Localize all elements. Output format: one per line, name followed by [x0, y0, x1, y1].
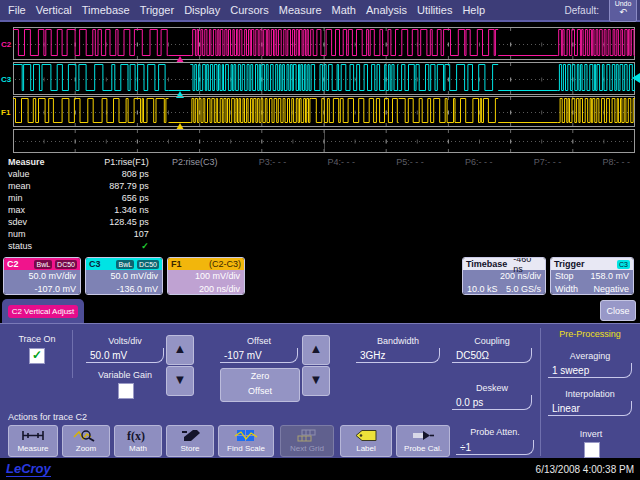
measure-col-p3: P3:- - - — [228, 156, 297, 168]
offset-up-button[interactable]: ▲ — [302, 335, 330, 365]
store-action-button[interactable]: Store — [166, 425, 214, 457]
bwl-badge: BwL — [34, 260, 52, 269]
offset-field[interactable]: -107 mV — [220, 348, 298, 363]
trigger-type: Width — [555, 283, 578, 295]
waveform-strip-c2: C2 — [0, 27, 640, 60]
c3-volts-per-div: 50.0 mV/div — [90, 270, 158, 283]
variable-gain-label: Variable Gain — [86, 370, 164, 380]
waveform-f1 — [13, 96, 635, 127]
menu-timebase[interactable]: Timebase — [82, 4, 130, 16]
store-icon — [167, 428, 213, 443]
timebase-descriptor[interactable]: Timebase -460 ns 200 ns/div 10.0 kS 5.0 … — [462, 257, 546, 295]
trigger-source-badge: C3 — [617, 260, 630, 269]
timebase-rate: 5.0 GS/s — [506, 283, 541, 295]
c2-offset: -107.0 mV — [8, 283, 76, 295]
measure-mean-p1: 887.79 ps — [90, 180, 159, 192]
volts-div-label: Volts/div — [86, 336, 164, 346]
probe-cal-action-button[interactable]: Probe Cal. — [396, 425, 450, 457]
next-grid-icon — [281, 428, 333, 443]
measure-row-label: num — [0, 228, 90, 240]
probe-atten-label: Probe Atten. — [456, 427, 534, 437]
waveform-strip-empty — [0, 129, 640, 153]
measure-table: Measure P1:rise(F1) P2:rise(C3) P3:- - -… — [0, 156, 640, 252]
measure-col-p8: P8:- - - — [571, 156, 640, 168]
c3-offset: -136.0 mV — [90, 283, 158, 295]
undo-icon: ↶ — [610, 8, 636, 16]
tab-c2-vertical-adjust[interactable]: C2 Vertical Adjust — [2, 299, 84, 323]
interpolation-label: Interpolation — [548, 389, 632, 399]
trace-on-checkbox[interactable]: ✓ — [29, 348, 45, 364]
channel-descriptor-c2[interactable]: C2 BwL DC50 50.0 mV/div -107.0 mV — [3, 257, 81, 295]
deskew-field[interactable]: 0.0 ps — [452, 395, 532, 410]
measure-row-label: max — [0, 204, 90, 216]
menu-display[interactable]: Display — [184, 4, 220, 16]
menu-measure[interactable]: Measure — [279, 4, 322, 16]
zero-offset-button[interactable]: Zero Offset — [220, 368, 300, 402]
menu-file[interactable]: File — [8, 4, 26, 16]
waveform-c3 — [13, 62, 635, 95]
dc50-badge: DC50 — [137, 260, 159, 269]
bandwidth-field[interactable]: 3GHz — [356, 348, 440, 363]
trigger-descriptor[interactable]: Trigger C3 Stop 158.0 mV Width Negative — [550, 257, 634, 295]
channel-label-c3: C3 — [1, 75, 11, 84]
close-button[interactable]: Close — [600, 300, 636, 321]
trigger-level-marker[interactable] — [632, 73, 640, 83]
find-scale-action-button[interactable]: Find Scale — [218, 425, 274, 457]
label-action-button[interactable]: Label — [340, 425, 392, 457]
measure-col-p2: P2:rise(C3) — [159, 156, 228, 168]
waveform-c2 — [13, 27, 635, 60]
interpolation-field[interactable]: Linear — [548, 401, 632, 416]
channel-descriptor-c3[interactable]: C3 BwL DC50 50.0 mV/div -136.0 mV — [85, 257, 163, 295]
measure-col-p7: P7:- - - — [503, 156, 572, 168]
offset-label: Offset — [220, 336, 298, 346]
zoom-action-button[interactable]: Zoom — [62, 425, 110, 457]
status-bar: LeCroy 6/13/2008 4:00:38 PM — [0, 458, 640, 480]
menu-help[interactable]: Help — [462, 4, 485, 16]
oscilloscope-screen: File Vertical Timebase Trigger Display C… — [0, 0, 640, 480]
dc50-badge: DC50 — [55, 260, 77, 269]
measure-col-p4: P4:- - - — [296, 156, 365, 168]
trace-descriptor-f1[interactable]: F1 (C2-C3) 100 mV/div 200 ns/div — [167, 257, 245, 295]
measure-max-p1: 1.346 ns — [90, 204, 159, 216]
math-icon: f(x) — [115, 428, 161, 443]
probe-atten-field[interactable]: ÷1 — [456, 440, 534, 455]
measure-title: Measure — [0, 156, 90, 168]
trigger-level: 158.0 mV — [590, 270, 629, 283]
menu-analysis[interactable]: Analysis — [366, 4, 407, 16]
label-tag-icon — [341, 428, 391, 443]
timebase-samples: 10.0 kS — [467, 283, 498, 295]
trigger-mode: Stop — [555, 270, 574, 283]
menu-trigger[interactable]: Trigger — [140, 4, 174, 16]
measure-row-label: status — [0, 240, 90, 252]
f1-time-per-div: 200 ns/div — [172, 283, 240, 295]
measure-sdev-p1: 128.45 ps — [90, 216, 159, 228]
waveform-strip-f1: F1 — [0, 96, 640, 127]
coupling-field[interactable]: DC50Ω — [452, 348, 532, 363]
channel-label-f1: F1 — [1, 108, 10, 117]
menu-cursors[interactable]: Cursors — [230, 4, 269, 16]
menu-bar: File Vertical Timebase Trigger Display C… — [0, 0, 640, 22]
measure-action-button[interactable]: Measure — [8, 425, 58, 457]
bwl-badge: BwL — [116, 260, 134, 269]
averaging-label: Averaging — [548, 351, 632, 361]
invert-label: Invert — [552, 429, 630, 439]
menu-math[interactable]: Math — [332, 4, 356, 16]
menu-vertical[interactable]: Vertical — [36, 4, 72, 16]
offset-down-button[interactable]: ▼ — [302, 366, 330, 396]
volts-div-up-button[interactable]: ▲ — [166, 335, 194, 365]
next-grid-action-button: Next Grid — [280, 425, 334, 457]
averaging-field[interactable]: 1 sweep — [548, 363, 632, 378]
undo-button[interactable]: Undo ↶ — [609, 0, 637, 22]
variable-gain-checkbox[interactable] — [118, 383, 134, 399]
measure-icon — [9, 428, 57, 443]
math-action-button[interactable]: f(x) Math — [114, 425, 162, 457]
volts-div-field[interactable]: 50.0 mV — [86, 348, 164, 363]
default-label: Default: — [565, 5, 599, 16]
actions-for-trace-label: Actions for trace C2 — [8, 412, 87, 422]
menu-utilities[interactable]: Utilities — [417, 4, 452, 16]
invert-checkbox[interactable] — [584, 442, 600, 458]
volts-div-down-button[interactable]: ▼ — [166, 366, 194, 396]
find-scale-icon — [219, 428, 273, 443]
bandwidth-label: Bandwidth — [356, 336, 440, 346]
measure-row-label: value — [0, 168, 90, 180]
